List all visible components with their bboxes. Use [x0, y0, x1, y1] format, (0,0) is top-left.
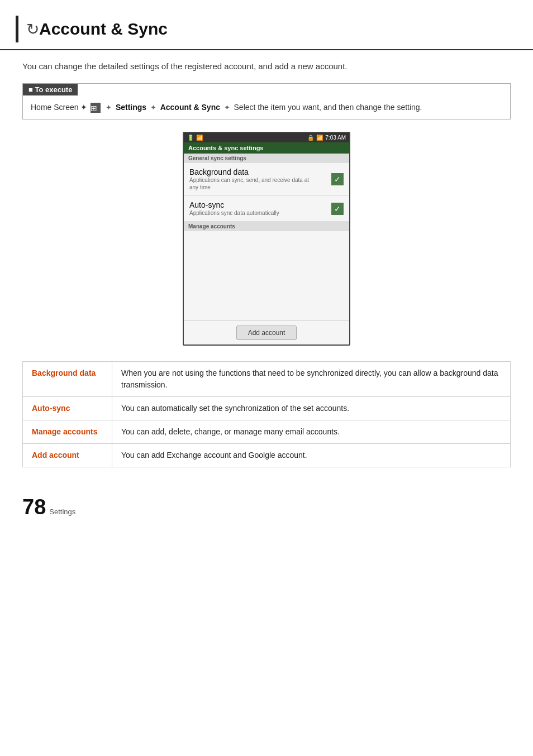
auto-sync-subtitle: Applications sync data automatically — [189, 209, 279, 217]
lock-icon: 🔒 — [307, 135, 314, 141]
accounts-empty-area — [184, 231, 349, 320]
auto-sync-title: Auto-sync — [189, 200, 279, 209]
page-label: Settings — [49, 508, 75, 516]
page-header: ↻ Account & Sync — [0, 0, 533, 50]
page-title: Account & Sync — [39, 20, 168, 39]
manage-accounts-section: Manage accounts — [184, 222, 349, 231]
step-home: Home Screen ✦ — [31, 103, 89, 112]
signal-icon: 📶 — [196, 135, 203, 141]
auto-sync-text: Auto-sync Applications sync data automat… — [189, 200, 279, 217]
term-cell: Auto-sync — [23, 397, 112, 420]
page-description: You can change the detailed settings of … — [0, 60, 533, 83]
add-account-area: Add account — [184, 320, 349, 344]
table-row: Background dataWhen you are not using th… — [23, 362, 511, 397]
general-sync-header: General sync settings — [184, 154, 349, 163]
to-execute-content: Home Screen ✦ ⊞ ✦ Settings ✦ Account & S… — [23, 95, 510, 119]
phone-container: 🔋 📶 🔒 📶 7:03 AM Accounts & sync settings… — [0, 132, 533, 346]
nav-arrow-2: ✦ — [150, 103, 159, 112]
table-row: Auto-syncYou can automatically set the s… — [23, 397, 511, 420]
term-cell: Add account — [23, 444, 112, 467]
background-data-subtitle: Applications can sync, send, and receive… — [189, 176, 312, 191]
to-execute-box: ■ To execute Home Screen ✦ ⊞ ✦ Settings … — [22, 83, 511, 120]
header-bar — [16, 16, 18, 42]
sync-icon: ↻ — [26, 20, 39, 39]
background-data-text: Background data Applications can sync, s… — [189, 168, 312, 191]
info-table: Background dataWhen you are not using th… — [22, 361, 511, 467]
wifi-icon: 📶 — [316, 135, 323, 141]
background-data-item[interactable]: Background data Applications can sync, s… — [184, 163, 349, 196]
table-row: Add accountYou can add Exchange account … — [23, 444, 511, 467]
phone-screen: 🔋 📶 🔒 📶 7:03 AM Accounts & sync settings… — [183, 132, 350, 346]
nav-arrow-1: ✦ — [106, 103, 114, 112]
def-cell: When you are not using the functions tha… — [112, 362, 511, 397]
step-end: Select the item you want, and then chang… — [234, 103, 422, 112]
table-row: Manage accountsYou can add, delete, chan… — [23, 420, 511, 444]
status-bar: 🔋 📶 🔒 📶 7:03 AM — [184, 133, 349, 142]
status-left-icons: 🔋 📶 — [187, 135, 203, 141]
auto-sync-checkbox[interactable]: ✓ — [331, 203, 344, 215]
def-cell: You can add Exchange account and Goolgle… — [112, 444, 511, 467]
grid-icon: ⊞ — [91, 103, 101, 113]
step-account-sync: Account & Sync — [160, 103, 220, 112]
to-execute-label: ■ To execute — [23, 84, 78, 95]
battery-icon: 🔋 — [187, 135, 194, 141]
def-cell: You can automatically set the synchroniz… — [112, 397, 511, 420]
add-account-button[interactable]: Add account — [236, 326, 297, 340]
phone-screen-title: Accounts & sync settings — [188, 145, 263, 151]
background-data-title: Background data — [189, 168, 312, 176]
time-display: 7:03 AM — [325, 135, 346, 141]
term-cell: Manage accounts — [23, 420, 112, 444]
term-cell: Background data — [23, 362, 112, 397]
background-data-checkbox[interactable]: ✓ — [331, 173, 344, 185]
page-footer: 78 Settings — [0, 484, 533, 530]
phone-title-bar: Accounts & sync settings — [184, 142, 349, 154]
auto-sync-item[interactable]: Auto-sync Applications sync data automat… — [184, 196, 349, 222]
step-settings: Settings — [116, 103, 146, 112]
nav-arrow-3: ✦ — [224, 103, 232, 112]
status-right: 🔒 📶 7:03 AM — [307, 135, 346, 141]
def-cell: You can add, delete, change, or manage m… — [112, 420, 511, 444]
page-number: 78 — [22, 495, 46, 519]
